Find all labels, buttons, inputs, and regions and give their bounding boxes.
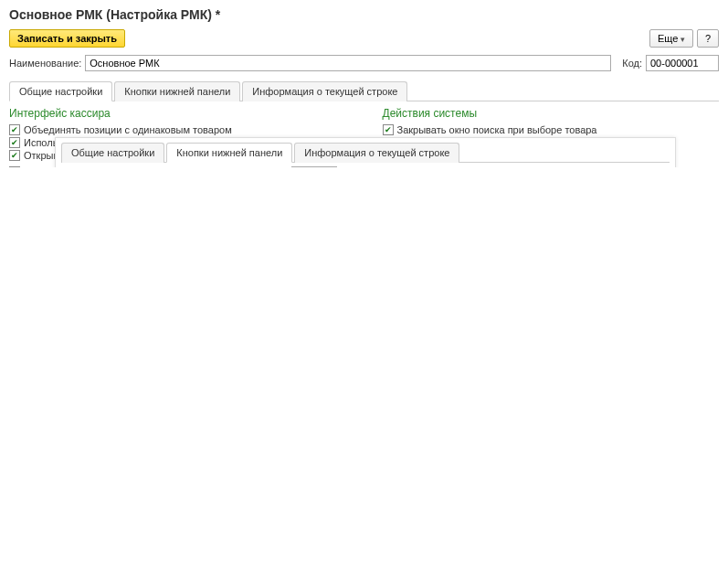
name-row: Наименование: Код: bbox=[0, 53, 728, 77]
page-title: Основное РМК (Настройка РМК) * bbox=[0, 0, 728, 27]
max-buttons-input[interactable] bbox=[291, 166, 337, 167]
chk-assign[interactable] bbox=[9, 166, 20, 167]
name-input[interactable] bbox=[85, 55, 611, 71]
tab-current-row-info[interactable]: Информация о текущей строке bbox=[242, 81, 407, 101]
main-tabs: Общие настройки Кнопки нижней панели Инф… bbox=[9, 80, 719, 101]
save-close-button[interactable]: Записать и закрыть bbox=[9, 29, 125, 48]
code-label: Код: bbox=[622, 58, 642, 69]
p2-tab-general[interactable]: Общие настройки bbox=[61, 143, 164, 163]
chk-label: Закрывать окно поиска при выборе товара bbox=[397, 124, 597, 135]
main-toolbar: Записать и закрыть Еще ? bbox=[0, 27, 728, 53]
p2-tab-buttons[interactable]: Кнопки нижней панели bbox=[166, 143, 292, 163]
chk-open-bottom[interactable] bbox=[9, 150, 20, 161]
more-button[interactable]: Еще bbox=[649, 29, 693, 48]
chk-merge-positions[interactable] bbox=[9, 124, 20, 135]
chk-label: Объединять позиции с одинаковым товаром bbox=[24, 124, 232, 135]
tab-general[interactable]: Общие настройки bbox=[9, 81, 112, 101]
code-input[interactable] bbox=[646, 55, 719, 71]
bottom-buttons-pane: Общие настройки Кнопки нижней панели Инф… bbox=[55, 137, 676, 167]
name-label: Наименование: bbox=[9, 58, 81, 69]
cashier-ui-title: Интерфейс кассира bbox=[9, 107, 346, 120]
tab-bottom-buttons[interactable]: Кнопки нижней панели bbox=[114, 81, 240, 101]
chk-advanced-buttons[interactable] bbox=[9, 137, 20, 148]
chk-close-search[interactable] bbox=[383, 124, 394, 135]
system-actions-title: Действия системы bbox=[383, 107, 720, 120]
help-button[interactable]: ? bbox=[697, 29, 719, 48]
p2-tab-rowinfo[interactable]: Информация о текущей строке bbox=[294, 143, 459, 163]
